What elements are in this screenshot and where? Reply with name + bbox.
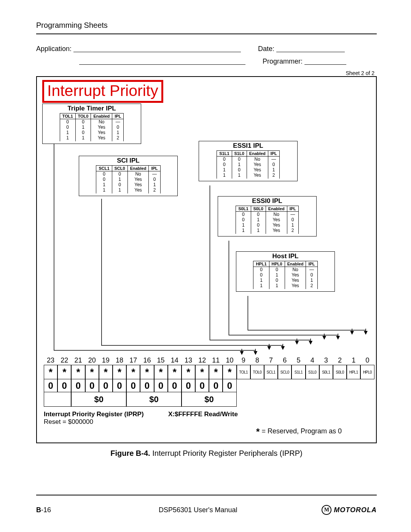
hex-1: $0 xyxy=(126,392,182,407)
sci-ipl: SCI IPLSCL1SCL0EnabledIPL00No—01Yes010Ye… xyxy=(79,156,178,196)
application-row: Application: Date: xyxy=(36,45,377,53)
programmer-line2 xyxy=(304,58,346,65)
programmer-row: Programmer: xyxy=(36,58,377,66)
essi0-ipl: ESSI0 IPLS0L1S0L0EnabledIPL00No—01Yes010… xyxy=(218,196,317,236)
bit-values: 00000000000000 xyxy=(44,379,237,392)
hex-values: $0 $0 $0 xyxy=(44,392,237,407)
programmer-line xyxy=(79,58,245,65)
triple-timer-ipl: Triple Timer IPLTOL1TOL0EnabledIPL00No—0… xyxy=(42,104,141,144)
date-label: Date: xyxy=(258,45,274,53)
title-box: Interrupt Priority xyxy=(42,80,163,103)
bit-numbers: 23222120191817161514131211109876543210 xyxy=(44,356,374,364)
application-label: Application: xyxy=(36,45,72,53)
hex-blank xyxy=(44,392,71,407)
register-reset: Reset = $000000 xyxy=(44,418,93,426)
header-rule xyxy=(36,34,377,34)
reserved-footnote: * = Reserved, Program as 0 xyxy=(256,427,342,437)
figure-frame: Interrupt Priority xyxy=(36,76,377,443)
host-ipl: Host IPLHPL1HPL0EnabledIPL00No—01Yes010Y… xyxy=(236,251,335,292)
motorola-icon: M xyxy=(322,505,331,515)
date-line xyxy=(276,45,345,52)
star-icon: * xyxy=(256,427,260,437)
motorola-logo: M MOTOROLA xyxy=(322,505,377,515)
register-addr: X:$FFFFFE Read/Write xyxy=(168,411,238,418)
page-footer: B-16 DSP56301 User's Manual M MOTOROLA xyxy=(36,495,377,515)
figure-title: Interrupt Priority Register Peripherals … xyxy=(150,449,303,457)
figure-number: Figure B-4. xyxy=(110,449,150,457)
page-number: B-16 xyxy=(36,506,74,514)
hex-0: $0 xyxy=(71,392,126,407)
section-header: Programming Sheets xyxy=(36,21,377,30)
hex-2: $0 xyxy=(182,392,237,407)
application-line xyxy=(73,45,241,52)
bit-names: **************TOL1TOL0SCL1SCL0S1L1S1L0S0… xyxy=(44,365,374,379)
manual-name: DSP56301 User's Manual xyxy=(74,506,322,514)
figure-caption: Figure B-4. Interrupt Priority Register … xyxy=(36,449,377,458)
essi1-ipl: ESSI1 IPLS1L1S1L0EnabledIPL00No—01Yes010… xyxy=(199,141,298,181)
programmer-label: Programmer: xyxy=(263,58,303,66)
sheet-note: Sheet 2 of 2 xyxy=(36,70,374,76)
register-name: Interrupt Priority Register (IPRP) xyxy=(44,411,144,418)
motorola-wordmark: MOTOROLA xyxy=(334,506,377,514)
